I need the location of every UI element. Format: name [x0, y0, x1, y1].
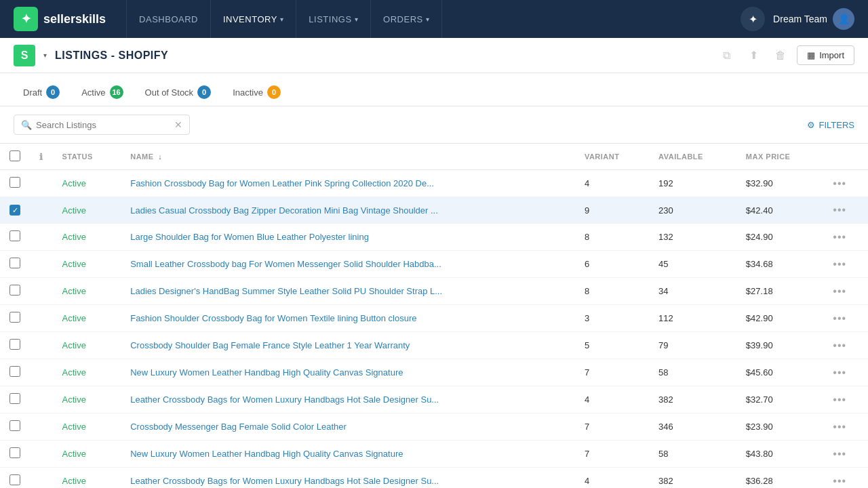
- row-checkbox-cell[interactable]: ✓: [0, 197, 30, 224]
- row-name[interactable]: New Luxury Women Leather Handbag High Qu…: [121, 441, 575, 468]
- row-checkbox-cell[interactable]: [0, 278, 30, 305]
- row-checkbox-cell[interactable]: [0, 386, 30, 413]
- row-variant: 3: [575, 305, 649, 332]
- row-name[interactable]: Crossbody Shoulder Bag Female France Sty…: [121, 332, 575, 359]
- table-row: Active New Luxury Women Leather Handbag …: [0, 359, 868, 386]
- row-name[interactable]: Small Leather Crossbody bag For Women Me…: [121, 251, 575, 278]
- tab-draft[interactable]: Draft 0: [14, 80, 69, 106]
- tab-active-label: Active: [81, 87, 105, 98]
- tab-draft-label: Draft: [23, 87, 42, 98]
- row-checkbox[interactable]: [9, 366, 20, 377]
- row-available: 58: [649, 359, 736, 386]
- row-more-actions[interactable]: •••: [823, 386, 868, 413]
- row-name[interactable]: Ladies Casual Crossbody Bag Zipper Decor…: [121, 197, 575, 224]
- delete-button[interactable]: 🗑: [770, 45, 791, 66]
- row-checkbox[interactable]: [9, 312, 20, 323]
- row-checkbox[interactable]: [9, 230, 20, 241]
- row-checkbox-cell[interactable]: [0, 170, 30, 197]
- row-checkbox[interactable]: [9, 177, 20, 188]
- row-checkbox-cell[interactable]: [0, 359, 30, 386]
- row-name[interactable]: Fashion Shoulder Crossbody Bag for Women…: [121, 305, 575, 332]
- row-checkbox[interactable]: [9, 339, 20, 350]
- search-input[interactable]: [36, 120, 170, 130]
- row-checkbox-cell[interactable]: [0, 224, 30, 251]
- tab-out-of-stock[interactable]: Out of Stock 0: [136, 80, 221, 106]
- row-name[interactable]: Leather Crossbody Bags for Women Luxury …: [121, 386, 575, 413]
- row-more-actions[interactable]: •••: [823, 413, 868, 441]
- search-clear-button[interactable]: ✕: [174, 119, 182, 130]
- nav-dashboard[interactable]: DASHBOARD: [126, 0, 211, 38]
- row-more-actions[interactable]: •••: [823, 224, 868, 251]
- row-status: Active: [53, 251, 121, 278]
- row-more-actions[interactable]: •••: [823, 278, 868, 305]
- row-checkbox-cell[interactable]: [0, 441, 30, 468]
- copy-button[interactable]: ⧉: [715, 45, 737, 66]
- row-more-actions[interactable]: •••: [823, 441, 868, 468]
- row-max-price: $34.68: [736, 251, 824, 278]
- nav-right: ✦ Dream Team 👤: [741, 7, 854, 31]
- row-more-actions[interactable]: •••: [823, 197, 868, 224]
- row-more-actions[interactable]: •••: [823, 251, 868, 278]
- info-icon[interactable]: ℹ: [39, 152, 43, 162]
- row-checkbox-cell[interactable]: [0, 468, 30, 489]
- row-variant: 7: [575, 413, 649, 441]
- row-checkbox[interactable]: [9, 447, 20, 458]
- table-row: Active Crossbody Messenger Bag Female So…: [0, 413, 868, 441]
- row-variant: 8: [575, 278, 649, 305]
- nav-orders[interactable]: ORDERS ▾: [371, 0, 442, 38]
- select-all-checkbox[interactable]: [9, 150, 20, 161]
- user-menu[interactable]: Dream Team 👤: [773, 8, 854, 30]
- navbar: ✦ sellerskills DASHBOARD INVENTORY ▾ LIS…: [0, 0, 868, 38]
- logo[interactable]: ✦ sellerskills: [14, 7, 106, 31]
- row-info-cell: [30, 332, 53, 359]
- table-row: Active Crossbody Shoulder Bag Female Fra…: [0, 332, 868, 359]
- row-name[interactable]: New Luxury Women Leather Handbag High Qu…: [121, 359, 575, 386]
- import-button[interactable]: ▦ Import: [797, 45, 854, 65]
- row-more-actions[interactable]: •••: [823, 170, 868, 197]
- row-checkbox-cell[interactable]: [0, 332, 30, 359]
- th-select-all[interactable]: [0, 144, 30, 170]
- row-checkbox[interactable]: [9, 474, 20, 485]
- th-name[interactable]: NAME ↓: [121, 144, 575, 170]
- tab-inactive[interactable]: Inactive 0: [223, 80, 290, 106]
- row-checkbox[interactable]: [9, 285, 20, 296]
- row-name[interactable]: Large Shoulder Bag for Women Blue Leathe…: [121, 224, 575, 251]
- archive-button[interactable]: ⬆: [743, 45, 764, 66]
- row-name[interactable]: Crossbody Messenger Bag Female Solid Col…: [121, 413, 575, 441]
- row-available: 58: [649, 441, 736, 468]
- filters-button[interactable]: ⚙ FILTERS: [807, 120, 855, 130]
- row-max-price: $39.90: [736, 332, 824, 359]
- row-name[interactable]: Fashion Crossbody Bag for Women Leather …: [121, 170, 575, 197]
- table-row: Active Large Shoulder Bag for Women Blue…: [0, 224, 868, 251]
- nav-inventory[interactable]: INVENTORY ▾: [211, 0, 296, 38]
- row-more-actions[interactable]: •••: [823, 305, 868, 332]
- row-info-cell: [30, 224, 53, 251]
- table-row: Active Leather Crossbody Bags for Women …: [0, 468, 868, 489]
- row-checkbox-cell[interactable]: [0, 251, 30, 278]
- th-available: AVAILABLE: [649, 144, 736, 170]
- tab-out-of-stock-label: Out of Stock: [145, 87, 194, 98]
- row-more-actions[interactable]: •••: [823, 332, 868, 359]
- notifications-button[interactable]: ✦: [741, 7, 765, 31]
- row-name[interactable]: Leather Crossbody Bags for Women Luxury …: [121, 468, 575, 489]
- row-info-cell: [30, 170, 53, 197]
- row-checkbox-cell[interactable]: [0, 413, 30, 441]
- row-available: 34: [649, 278, 736, 305]
- subheader: S ▾ LISTINGS - SHOPIFY ⧉ ⬆ 🗑 ▦ Import: [0, 38, 868, 73]
- th-info: ℹ: [30, 144, 53, 170]
- store-dropdown-arrow[interactable]: ▾: [43, 52, 47, 59]
- row-status: Active: [53, 170, 121, 197]
- tab-active[interactable]: Active 16: [72, 80, 132, 106]
- tabs-row: Draft 0 Active 16 Out of Stock 0 Inactiv…: [0, 73, 868, 106]
- row-name[interactable]: Ladies Designer's HandBag Summer Style L…: [121, 278, 575, 305]
- nav-listings[interactable]: LISTINGS ▾: [296, 0, 371, 38]
- row-checkbox[interactable]: [9, 258, 20, 268]
- filters-icon: ⚙: [807, 120, 815, 130]
- row-checkbox[interactable]: [9, 393, 20, 404]
- row-checkbox-cell[interactable]: [0, 305, 30, 332]
- row-checkbox-checked[interactable]: ✓: [9, 205, 20, 216]
- table-row: ✓ Active Ladies Casual Crossbody Bag Zip…: [0, 197, 868, 224]
- row-more-actions[interactable]: •••: [823, 468, 868, 489]
- row-more-actions[interactable]: •••: [823, 359, 868, 386]
- row-checkbox[interactable]: [9, 420, 20, 431]
